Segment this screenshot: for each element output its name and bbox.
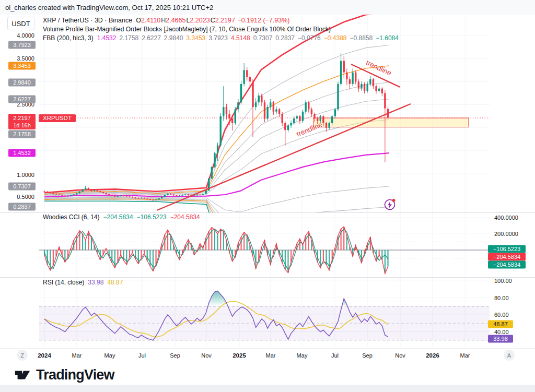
time-axis-tick: Jul — [138, 352, 146, 359]
ohlc-item: C2.2197 — [211, 17, 235, 24]
fbb-value: −0.4388 — [324, 34, 347, 42]
legend-fbb-row[interactable]: FBB (200, hlc3, 3) 1.45322.17582.62272.9… — [43, 34, 402, 43]
indicator-price-badge: 1.4532 — [8, 149, 36, 157]
current-price-value: 2.2197 — [8, 114, 36, 122]
tradingview-logo-icon — [14, 366, 31, 384]
price-axis-label: 1.0000 — [7, 172, 34, 178]
indicator-price-badge: 2.1758 — [8, 130, 36, 138]
fbb-value: 2.9840 — [164, 34, 183, 42]
ohlc-item: O2.4110 — [136, 17, 160, 24]
currency-toggle-button[interactable]: USDT — [7, 17, 34, 30]
cci-legend-row[interactable]: Woodies CCI (6, 14) −204.5834−106.5223−2… — [43, 213, 204, 222]
ohlc-item: L2.2023 — [186, 17, 210, 24]
indicator-price-badge: 0.7307 — [8, 183, 36, 191]
cci-title: Woodies CCI (6, 14) — [43, 213, 100, 222]
symbol-title: XRP / TetherUS · 3D · Binance — [43, 16, 132, 25]
ohlc-item: H2.4665 — [161, 17, 185, 24]
indicator-axis-label: 80.00 — [494, 295, 509, 301]
indicator-value: −204.5834 — [170, 213, 200, 221]
fbb-value: 0.2837 — [275, 34, 295, 42]
fbb-value: 0.7307 — [253, 34, 273, 42]
fbb-value: 1.4532 — [97, 34, 117, 42]
indicator-value: −204.5834 — [103, 213, 133, 221]
time-axis-tick: Nov — [201, 352, 212, 359]
ohlc-values: O2.4110H2.4665L2.2023C2.2197 −0.1912 (−7… — [136, 16, 289, 25]
indicator-axis-label: 60.00 — [494, 312, 509, 318]
price-axis-label: 3.5000 — [7, 55, 34, 62]
price-axis-label: 4.0000 — [7, 32, 34, 39]
rsi-value-badge: 33.98 — [488, 335, 513, 343]
rsi-values: 33.9848.87 — [88, 278, 126, 287]
rsi-legend: RSI (14, close) 33.9848.87 — [43, 278, 126, 287]
time-axis-tick: Sep — [362, 352, 373, 359]
indicator-axis-label: 400.0000 — [494, 215, 518, 221]
time-axis-tick: May — [297, 352, 308, 359]
time-axis-tick: Nov — [395, 352, 405, 359]
time-axis-tick: 2025 — [232, 352, 246, 359]
axis-settings-button[interactable]: A — [504, 350, 515, 361]
fbb-value: −0.8858 — [350, 34, 373, 42]
symbol-price-label: XRPUSDT — [39, 114, 76, 122]
indicator-value: −106.5223 — [137, 213, 167, 221]
rsi-legend-row[interactable]: RSI (14, close) 33.9848.87 — [43, 278, 126, 287]
timezone-button[interactable]: Z — [17, 350, 28, 361]
time-axis[interactable]: Z A 2024MarMayJulSepNov2025MarMayJulSepN… — [0, 349, 535, 363]
time-axis-tick: Mar — [266, 352, 276, 359]
fbb-indicator-title: FBB (200, hlc3, 3) — [43, 34, 94, 43]
chart-legend: XRP / TetherUS · 3D · Binance O2.4110H2.… — [43, 16, 402, 43]
indicator-axis-label: 40.00 — [494, 329, 509, 335]
legend-symbol-row[interactable]: XRP / TetherUS · 3D · Binance O2.4110H2.… — [43, 16, 402, 25]
rsi-value-badge: 48.87 — [488, 320, 513, 328]
change-value: −0.1912 (−7.93%) — [236, 17, 290, 24]
fbb-value: 3.3453 — [187, 34, 206, 42]
indicator-axis-label: 200.0000 — [494, 231, 518, 237]
indicator-price-badge: 3.7923 — [8, 41, 36, 49]
current-price-badge: 2.2197 1d 16h — [8, 114, 36, 129]
indicator-price-badge: 2.6227 — [8, 96, 36, 103]
time-axis-tick: 2024 — [38, 352, 51, 359]
order-block-zone[interactable] — [313, 118, 469, 127]
fbb-value: 2.1758 — [119, 34, 138, 42]
indicator-price-badge: 3.3453 — [8, 62, 36, 70]
indicator-price-badge: 0.2837 — [8, 203, 36, 211]
fbb-value: −1.6084 — [376, 34, 399, 42]
time-axis-tick: Mar — [460, 352, 470, 359]
fbb-value: 2.6227 — [142, 34, 161, 42]
time-axis-tick: Jul — [331, 352, 339, 359]
chart-canvas[interactable]: trendlinetrendline — [0, 0, 535, 363]
time-axis-tick: Sep — [170, 352, 180, 359]
bar-countdown: 1d 16h — [8, 122, 36, 129]
fbb-value: 3.7923 — [208, 34, 228, 42]
fbb-value: 4.5148 — [231, 34, 250, 42]
rsi-title: RSI (14, close) — [43, 278, 84, 287]
time-axis-tick: Mar — [72, 352, 82, 359]
cci-legend: Woodies CCI (6, 14) −204.5834−106.5223−2… — [43, 213, 204, 222]
cci-value-badge: −204.5834 — [488, 261, 526, 269]
price-axis-label: 0.5000 — [7, 194, 34, 200]
cci-value-badge: −204.5834 — [488, 253, 526, 261]
legend-orderblock-row[interactable]: Volume Profile Bar-Magnified Order Block… — [43, 25, 402, 34]
fbb-value: −0.0776 — [298, 34, 321, 42]
indicator-price-badge: 2.9840 — [8, 79, 36, 87]
cci-value-badge: −106.5223 — [488, 245, 526, 253]
time-axis-tick: 2026 — [426, 352, 439, 359]
tradingview-chart-page: ol_charles created with TradingView.com,… — [0, 0, 535, 392]
cci-values: −204.5834−106.5223−204.5834 — [103, 213, 204, 222]
indicator-value: 33.98 — [88, 279, 103, 286]
fbb-values: 1.45322.17582.62272.98403.34533.79234.51… — [97, 34, 402, 43]
time-axis-tick: May — [104, 352, 115, 359]
indicator-axis-label: 100.00 — [494, 278, 512, 284]
tradingview-logo-text: TradingView — [36, 367, 114, 383]
bottom-strip — [0, 385, 535, 392]
orderblock-indicator-title: Volume Profile Bar-Magnified Order Block… — [43, 25, 331, 34]
tradingview-footer[interactable]: TradingView — [14, 366, 114, 384]
indicator-value: 48.87 — [107, 279, 123, 286]
